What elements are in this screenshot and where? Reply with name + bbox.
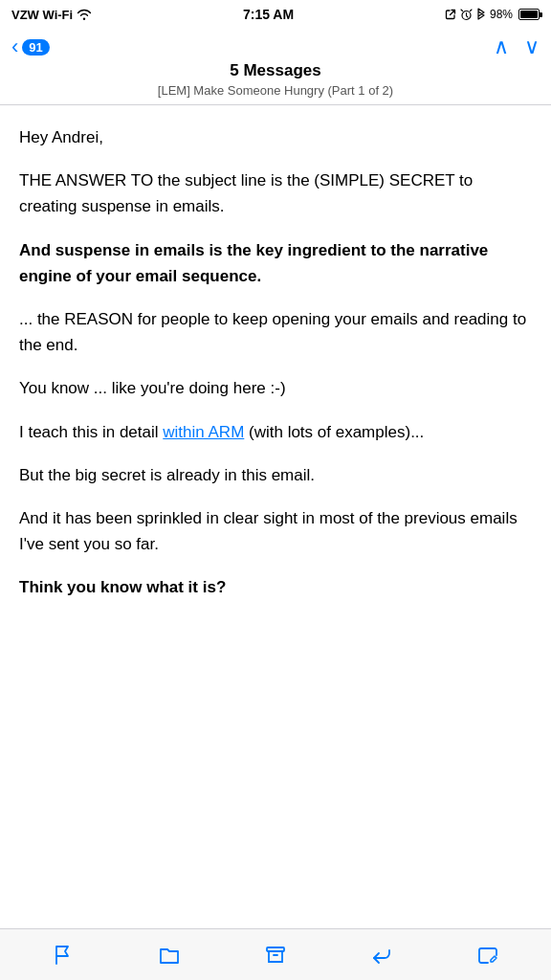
wifi-icon bbox=[77, 9, 92, 20]
archive-icon bbox=[264, 944, 287, 967]
carrier-text: VZW Wi-Fi bbox=[11, 8, 73, 22]
email-para5-suffix: (with lots of examples)... bbox=[244, 423, 424, 441]
status-right: 98% bbox=[445, 8, 540, 21]
battery-icon bbox=[518, 9, 540, 20]
up-arrow-button[interactable]: ∧ bbox=[494, 34, 509, 59]
svg-rect-1 bbox=[267, 947, 284, 951]
compose-icon bbox=[476, 944, 499, 967]
bluetooth-icon bbox=[476, 8, 486, 21]
archive-button[interactable] bbox=[252, 934, 299, 976]
back-chevron-icon: ‹ bbox=[11, 36, 18, 57]
back-badge: 91 bbox=[22, 39, 49, 56]
flag-button[interactable] bbox=[39, 934, 87, 976]
within-arm-link[interactable]: within ARM bbox=[163, 423, 244, 441]
email-para5: I teach this in detail within ARM (with … bbox=[19, 419, 532, 445]
email-para4: You know ... like you're doing here :-) bbox=[19, 375, 532, 401]
reply-icon bbox=[370, 944, 393, 967]
email-para5-prefix: I teach this in detail bbox=[19, 423, 163, 441]
alarm-icon bbox=[460, 9, 473, 21]
nav-controls: ‹ 91 ∧ ∨ bbox=[0, 31, 551, 59]
nav-arrows: ∧ ∨ bbox=[494, 34, 540, 59]
status-carrier: VZW Wi-Fi bbox=[11, 8, 92, 22]
reply-button[interactable] bbox=[358, 934, 406, 976]
email-para3: ... the REASON for people to keep openin… bbox=[19, 306, 532, 358]
email-para6: But the big secret is already in this em… bbox=[19, 462, 532, 488]
bottom-toolbar bbox=[0, 928, 551, 980]
battery-percentage: 98% bbox=[490, 8, 513, 21]
folder-icon bbox=[158, 944, 181, 967]
location-icon bbox=[445, 9, 456, 20]
status-bar: VZW Wi-Fi 7:15 AM 98% bbox=[0, 0, 551, 27]
email-para1: THE ANSWER TO the subject line is the (S… bbox=[19, 167, 532, 219]
email-para2-bold: And suspense in emails is the key ingred… bbox=[19, 237, 532, 289]
folder-button[interactable] bbox=[145, 934, 193, 976]
flag-icon bbox=[52, 944, 75, 967]
nav-subtitle: [LEM] Make Someone Hungry (Part 1 of 2) bbox=[0, 82, 551, 99]
email-para7: And it has been sprinkled in clear sight… bbox=[19, 505, 532, 557]
back-button[interactable]: ‹ 91 bbox=[11, 36, 50, 57]
status-time: 7:15 AM bbox=[243, 7, 294, 22]
nav-bar: ‹ 91 ∧ ∨ 5 Messages [LEM] Make Someone H… bbox=[0, 27, 551, 105]
down-arrow-button[interactable]: ∨ bbox=[524, 34, 540, 59]
nav-title: 5 Messages bbox=[0, 59, 551, 82]
email-para8-bold: Think you know what it is? bbox=[19, 574, 532, 600]
compose-button[interactable] bbox=[464, 934, 512, 976]
email-body: Hey Andrei, THE ANSWER TO the subject li… bbox=[0, 105, 551, 629]
email-greeting: Hey Andrei, bbox=[19, 124, 532, 150]
